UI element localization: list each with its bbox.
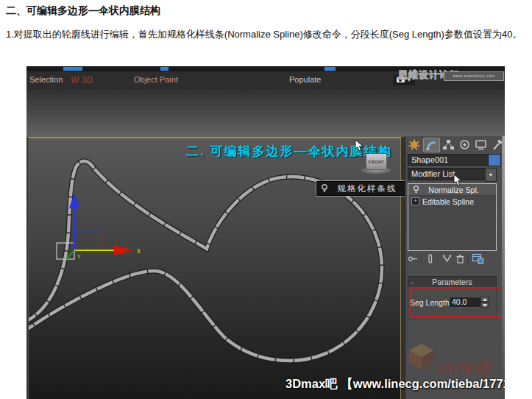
modifier-stack: Normalize Spl. + Editable Spline (408, 183, 497, 251)
hierarchy-icon (442, 139, 455, 150)
tab-hierarchy[interactable] (441, 138, 456, 151)
modifier-list-arrow[interactable]: ▼ (485, 168, 497, 182)
screenshot-3dsmax: Selection W 3D Object Paint Populate ▼ 思… (26, 66, 505, 399)
y-axis-label: Y (77, 254, 81, 259)
modifier-callout-label: 规格化样条线 (329, 183, 405, 194)
ribbon-tab-selection[interactable]: Selection (29, 75, 63, 84)
front-viewport[interactable]: x Y 二. 可编辑多边形—伞状内膜结构 FRONT (28, 137, 401, 399)
pin-stack-icon[interactable] (408, 254, 419, 264)
stack-row-editable-spline[interactable]: + Editable Spline (408, 196, 496, 207)
ribbon-highlight (324, 67, 336, 71)
page-title: 二、可编辑多边形—伞状内膜结构 (6, 4, 160, 18)
viewport-canvas[interactable]: x Y (29, 138, 400, 399)
stack-row-label: Normalize Spl. (420, 186, 487, 194)
front-view-label: FRONT (366, 153, 387, 170)
red-annotation-box (409, 287, 503, 317)
divider (438, 255, 439, 263)
divider (421, 255, 422, 263)
view-orientation-gizmo[interactable]: FRONT (361, 153, 391, 178)
ribbon-highlight (63, 67, 82, 71)
tab-display[interactable] (473, 138, 489, 151)
lightbulb-icon (412, 185, 420, 194)
ribbon-tab-object-paint[interactable]: Object Paint (134, 75, 178, 84)
configure-modifier-sets-icon[interactable] (472, 253, 483, 264)
tab-motion[interactable] (457, 138, 472, 151)
source-watermark: 3Dmax吧 【www.linecg.com/tieba/1771】 (285, 376, 505, 392)
object-color-swatch[interactable] (488, 154, 501, 166)
remove-modifier-icon[interactable] (455, 254, 466, 264)
forum-url-watermark: www.siweisheji.com (444, 71, 504, 81)
lightbulb-icon (320, 183, 329, 194)
red-watermark-text: W 3D (71, 75, 93, 85)
make-unique-icon[interactable] (441, 254, 453, 264)
stack-row-label: Editable Spline (422, 197, 474, 206)
motion-icon (458, 139, 471, 150)
parameters-rollout-header[interactable]: - Parameters (408, 276, 497, 287)
collapse-icon: - (408, 278, 416, 286)
modifier-callout: 规格化样条线 (316, 180, 412, 197)
tab-create[interactable] (407, 138, 422, 151)
command-panel-tabs (407, 138, 505, 152)
divider (468, 255, 469, 263)
ribbon-highlight (160, 67, 169, 71)
stack-toolbar (408, 253, 496, 264)
ribbon-tab-populate[interactable]: Populate (289, 75, 321, 84)
toolbar-empty-area (26, 90, 505, 137)
tab-modify[interactable] (423, 138, 440, 152)
modify-icon (425, 140, 438, 151)
x-axis-arrow-icon (114, 245, 133, 255)
stack-row-normalize-spline[interactable]: Normalize Spl. (408, 184, 496, 196)
show-end-result-icon[interactable] (425, 254, 436, 264)
cube-logo-icon (408, 342, 436, 370)
rollout-title: Parameters (416, 278, 489, 286)
display-icon (475, 139, 487, 150)
create-icon (408, 139, 421, 150)
modifier-list-dropdown[interactable]: Modifier List (408, 168, 488, 180)
tutorial-paragraph: 1.对提取出的轮廓线进行编辑，首先加规格化样线条(Normalize Splin… (6, 27, 527, 42)
object-name-field[interactable]: Shape001 (408, 154, 489, 166)
x-axis-label: x (137, 247, 141, 255)
expand-icon[interactable]: + (411, 197, 419, 205)
